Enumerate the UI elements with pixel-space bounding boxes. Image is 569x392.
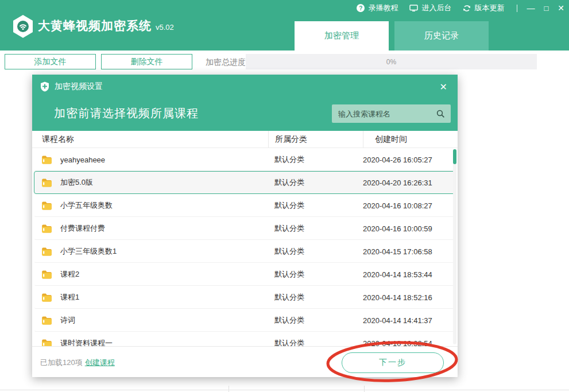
course-created-time: 2020-04-14 18:52:16 xyxy=(363,293,455,302)
course-category: 默认分类 xyxy=(268,154,363,165)
course-name-cell: 诗词 xyxy=(34,315,268,325)
course-name: yeahyeaheee xyxy=(60,156,105,164)
table-row[interactable]: 付费课程付费 默认分类 2020-04-16 10:00:59 xyxy=(34,217,456,240)
window-controls-divider xyxy=(517,5,517,12)
folder-icon xyxy=(42,270,52,279)
app-title: 大黄蜂视频加密系统v5.02 xyxy=(38,18,174,34)
maximize-button[interactable]: □ xyxy=(544,5,548,12)
title-bar-actions: ? 录播教程 进入后台 版本更新 — □ xyxy=(345,3,564,13)
folder-icon xyxy=(42,316,52,325)
course-category: 默认分类 xyxy=(268,177,363,188)
course-name: 小学三年级奥数1 xyxy=(60,246,117,257)
course-name: 课时资料课程一 xyxy=(60,338,113,346)
column-header-created: 创建时间 xyxy=(363,131,458,148)
folder-icon xyxy=(42,224,52,233)
refresh-icon xyxy=(463,5,471,12)
loaded-count-text: 已加载120项 xyxy=(40,358,83,367)
dialog-heading: 加密前请选择视频所属课程 xyxy=(54,106,199,121)
background-table-line xyxy=(0,390,569,390)
progress-label: 加密总进度 xyxy=(206,57,246,68)
add-file-button[interactable]: 添加文件 xyxy=(5,54,96,69)
course-created-time: 2020-04-26 16:05:27 xyxy=(363,156,455,164)
course-category: 默认分类 xyxy=(268,315,363,325)
course-table-body: yeahyeaheee 默认分类 2020-04-26 16:05:27 xyxy=(32,148,458,346)
course-name: 付费课程付费 xyxy=(60,223,105,234)
course-name: 小学五年级奥数 xyxy=(60,200,113,211)
table-row[interactable]: 课时资料课程一 默认分类 2020-04-10 10:32:54 xyxy=(34,332,456,346)
delete-file-button[interactable]: 删除文件 xyxy=(101,54,192,69)
create-course-link[interactable]: 创建课程 xyxy=(85,358,115,367)
tab-history[interactable]: 历史记录 xyxy=(394,21,489,51)
next-step-button[interactable]: 下一步 xyxy=(342,352,444,373)
course-category: 默认分类 xyxy=(268,223,363,234)
course-name-cell: 课程1 xyxy=(34,292,268,302)
folder-icon xyxy=(42,293,52,302)
loaded-count: 已加载120项创建课程 xyxy=(40,358,115,368)
dialog-subheader: 加密前请选择视频所属课程 xyxy=(32,99,458,131)
course-name: 课程2 xyxy=(60,269,79,280)
course-category: 默认分类 xyxy=(268,246,363,257)
progress-value: 0% xyxy=(386,58,396,66)
course-name-cell: 课时资料课程一 xyxy=(34,338,268,346)
dialog-close-icon[interactable]: ✕ xyxy=(438,81,450,92)
course-category: 默认分类 xyxy=(268,200,363,211)
column-header-name: 课程名称 xyxy=(32,131,268,148)
course-search-box xyxy=(332,104,451,123)
course-created-time: 2020-04-16 10:00:59 xyxy=(363,224,455,233)
folder-icon xyxy=(42,178,52,187)
update-label: 版本更新 xyxy=(474,3,504,13)
minimize-button[interactable]: — xyxy=(527,4,535,12)
course-name-cell: 小学五年级奥数 xyxy=(34,200,268,211)
course-name-cell: yeahyeaheee xyxy=(34,156,268,164)
course-name: 加密5.0版 xyxy=(60,177,93,188)
course-name: 诗词 xyxy=(60,315,75,325)
course-search-input[interactable] xyxy=(332,110,436,118)
course-category: 默认分类 xyxy=(268,292,363,302)
update-link[interactable]: 版本更新 xyxy=(463,3,504,13)
table-scrollbar[interactable] xyxy=(453,149,456,344)
table-row[interactable]: 诗词 默认分类 2020-04-14 14:41:37 xyxy=(34,309,456,332)
table-row[interactable]: 加密5.0版 默认分类 2020-04-20 16:26:31 xyxy=(34,171,456,194)
app-version: v5.02 xyxy=(156,23,174,32)
course-created-time: 2020-04-14 14:41:37 xyxy=(363,316,455,325)
search-icon[interactable] xyxy=(436,110,445,118)
table-row[interactable]: 课程2 默认分类 2020-04-14 18:53:44 xyxy=(34,263,456,286)
folder-icon xyxy=(42,201,52,210)
encryption-progress-bar: 0% xyxy=(246,54,537,69)
shield-plus-icon xyxy=(40,81,49,92)
backend-link[interactable]: 进入后台 xyxy=(409,3,451,13)
table-row[interactable]: 小学三年级奥数1 默认分类 2020-04-15 17:06:58 xyxy=(34,240,456,263)
background-table-tick xyxy=(229,386,229,392)
course-created-time: 2020-04-20 16:26:31 xyxy=(363,178,455,187)
dialog-footer: 已加载120项创建课程 下一步 xyxy=(32,346,458,377)
folder-icon xyxy=(42,339,52,347)
course-category: 默认分类 xyxy=(268,269,363,280)
course-name-cell: 付费课程付费 xyxy=(34,223,268,234)
background-table-tick xyxy=(364,386,365,392)
help-icon: ? xyxy=(357,4,365,12)
course-created-time: 2020-04-14 18:53:44 xyxy=(363,270,455,279)
table-row[interactable]: yeahyeaheee 默认分类 2020-04-26 16:05:27 xyxy=(34,148,456,171)
course-name-cell: 小学三年级奥数1 xyxy=(34,246,268,257)
tutorial-link[interactable]: ? 录播教程 xyxy=(357,3,398,13)
dialog-title-bar: 加密视频设置 ✕ xyxy=(32,75,458,99)
course-created-time: 2020-04-10 10:32:54 xyxy=(363,339,455,347)
course-name: 课程1 xyxy=(60,292,79,302)
tab-encrypt-manage[interactable]: 加密管理 xyxy=(295,21,389,51)
course-created-time: 2020-04-15 17:06:58 xyxy=(363,247,455,256)
encrypt-settings-dialog: 加密视频设置 ✕ 加密前请选择视频所属课程 课程名称 所属分类 创建时间 xyxy=(32,75,458,377)
folder-icon xyxy=(42,156,52,164)
app-window: 大黄蜂视频加密系统v5.02 ? 录播教程 进入后台 xyxy=(0,0,569,392)
table-row[interactable]: 小学五年级奥数 默认分类 2020-04-16 10:08:27 xyxy=(34,194,456,217)
course-category: 默认分类 xyxy=(268,338,363,346)
tutorial-label: 录播教程 xyxy=(368,3,398,13)
column-header-category: 所属分类 xyxy=(268,131,363,148)
course-name-cell: 加密5.0版 xyxy=(34,177,268,188)
close-button[interactable]: ✕ xyxy=(558,4,564,12)
table-row[interactable]: 课程1 默认分类 2020-04-14 18:52:16 xyxy=(34,286,456,309)
course-created-time: 2020-04-16 10:08:27 xyxy=(363,201,455,210)
course-table-header: 课程名称 所属分类 创建时间 xyxy=(32,131,458,148)
folder-icon xyxy=(42,247,52,256)
scrollbar-thumb[interactable] xyxy=(453,149,456,164)
dialog-title: 加密视频设置 xyxy=(55,81,103,92)
